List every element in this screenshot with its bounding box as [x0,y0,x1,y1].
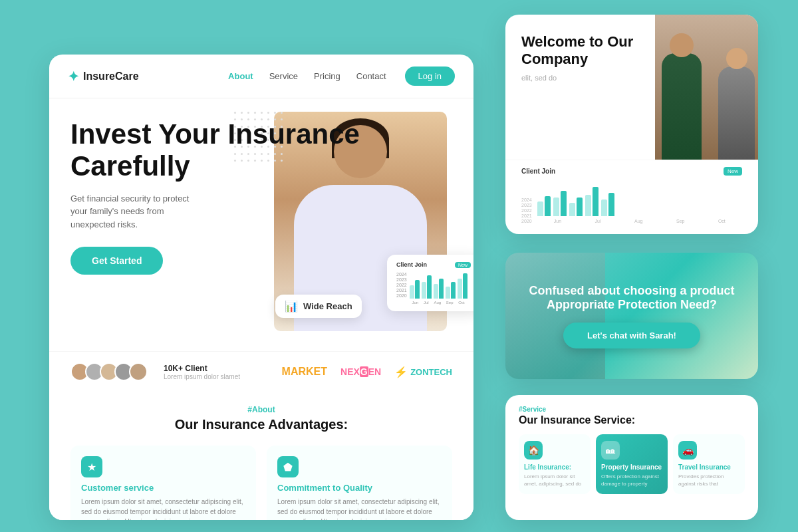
client-info: 10K+ Client Lorem ipsum dolor slamet [164,364,240,380]
client-count: 10K+ Client [164,364,240,373]
person1-body [662,53,702,160]
welcome-chart-new: New [724,167,742,176]
person2-head [726,48,747,69]
clients-section: 10K+ Client Lorem ipsum dolor slamet MAR… [49,351,473,392]
welcome-chart-years: 2024 2023 2022 2021 2020 [521,198,532,223]
nav-service[interactable]: Service [269,71,298,81]
wl-aug: Aug [634,219,642,223]
welcome-chart-body: 2024 2023 2022 2021 2020 Jun Jul Aug [521,180,742,223]
chart-title: Client Join [396,261,427,268]
service-travel-insurance: 🚗 Travel Insurance Provides protection a… [673,434,745,494]
chart-icon: 📊 [285,300,298,313]
about-section: #About Our Insurance Advantages: ★ Custo… [49,392,473,520]
chart-year-2021: 2021 [396,288,407,293]
chart-year-2020: 2020 [396,293,407,298]
life-insurance-name: Life Insurance: [524,464,585,471]
wy-2021: 2021 [521,213,532,218]
client-avatars [70,362,148,381]
cta-chat-button[interactable]: Let's chat with Sarah! [563,323,700,348]
welcome-panel: Welcome to OurCompany elit, sed do Clien… [505,15,758,234]
travel-insurance-icon: 🚗 [678,441,697,460]
wl-oct: Oct [718,219,726,223]
welcome-chart-title: Client Join [521,168,555,175]
advantage-text-2: Lorem ipsum dolor sit amet, consectetur … [277,497,442,520]
advantage-quality: ⬟ Commitment to Quality Lorem ipsum dolo… [267,446,452,520]
nav-pricing[interactable]: Pricing [314,71,340,81]
welcome-top: Welcome to OurCompany elit, sed do [505,15,758,160]
property-insurance-desc: Offers protection against damage to prop… [601,473,662,487]
chart-label-sep: Sep [446,301,454,305]
person2-body [718,66,755,160]
navbar: ✦ InsureInsureCareCare About Service Pri… [49,55,473,98]
welcome-chart-xlabels: Jun Jul Aug Sep Oct [537,219,742,223]
hero-subtitle: Get financial security to protect your f… [70,192,203,231]
travel-insurance-name: Travel Insurance [678,464,739,471]
hero-section: Invest Your Insurance Carefully Get fina… [49,98,473,351]
login-button[interactable]: Log in [405,66,455,86]
wl-sep: Sep [676,219,684,223]
cta-title: Confused about choosing a product Approp… [521,284,742,312]
logo-icon: ✦ [68,68,79,84]
hero-title: Invest Your Insurance Carefully [70,118,452,183]
chart-card: Client Join New 2024 2023 2022 2021 2020 [387,255,473,311]
advantage-text-1: Lorem ipsum dolor sit amet, consectetur … [81,497,245,520]
travel-insurance-desc: Provides protection against risks that [678,473,739,487]
wide-reach-label: Wide Reach [303,301,352,311]
customer-service-icon: ★ [81,456,102,477]
welcome-title: Welcome to OurCompany [521,33,639,68]
avatar-5 [129,362,148,381]
cta-panel: Confused about choosing a product Approp… [505,253,758,379]
wy-2022: 2022 [521,208,532,213]
chart-year-2022: 2022 [396,283,407,287]
chart-year-2024: 2024 [396,272,407,277]
chart-year-2023: 2023 [396,277,407,282]
chart-label-jun: Jun [412,301,418,305]
get-started-button[interactable]: Get Started [70,247,163,275]
logo: ✦ InsureInsureCareCare [68,68,228,84]
welcome-text: Welcome to OurCompany elit, sed do [505,15,655,160]
advantage-title-1: Customer service [81,483,245,493]
wy-2024: 2024 [521,198,532,202]
about-title: Our Insurance Advantages: [70,417,452,432]
wy-2023: 2023 [521,203,532,207]
services-panel: #Service Our Insurance Service: 🏠 Life I… [505,395,758,520]
advantage-customer-service: ★ Customer service Lorem ipsum dolor sit… [70,446,256,520]
quality-icon: ⬟ [277,456,299,477]
wl-jul: Jul [595,219,601,223]
client-subtitle: Lorem ipsum dolor slamet [164,373,240,380]
services-title: Our Insurance Service: [519,414,745,426]
people-silhouette [655,15,758,160]
services-tag: #Service [519,406,745,413]
property-insurance-icon: 🏘 [601,441,620,460]
services-grid: 🏠 Life Insurance: Lorem ipsum dolor sit … [519,434,745,494]
chart-label-aug: Aug [434,301,441,305]
welcome-chart-bars [537,180,742,216]
cta-person-image [505,253,605,379]
welcome-subtitle: elit, sed do [521,74,639,82]
brands: MARKET NEXGEN ⚡ZONTECH [282,366,452,378]
welcome-photo [655,15,758,160]
brand-market: MARKET [282,366,327,378]
about-tag: #About [70,405,452,414]
life-insurance-desc: Lorem ipsum dolor sit amet, adipiscing, … [524,473,585,487]
nav-about[interactable]: About [228,71,253,81]
chart-label-oct: Oct [458,301,464,305]
advantage-title-2: Commitment to Quality [277,483,442,493]
advantages-grid: ★ Customer service Lorem ipsum dolor sit… [70,446,452,520]
chart-label-jul: Jul [424,301,429,305]
person1-head [670,33,694,57]
main-card: ✦ InsureInsureCareCare About Service Pri… [49,55,473,520]
wy-2020: 2020 [521,219,532,223]
property-insurance-name: Property Insurance [601,464,662,471]
wide-reach-badge: 📊 Wide Reach [275,295,362,318]
hero-text: Invest Your Insurance Carefully Get fina… [70,118,452,275]
welcome-chart-area: Client Join New 2024 2023 2022 2021 2020 [505,160,758,234]
service-life-insurance: 🏠 Life Insurance: Lorem ipsum dolor sit … [519,434,591,494]
chart-new-badge: New [455,262,471,268]
nav-links: About Service Pricing Contact [228,71,386,81]
nav-contact[interactable]: Contact [356,71,386,81]
brand-zontech: ⚡ZONTECH [394,366,452,378]
chart-bars [410,272,467,299]
wl-jun: Jun [554,219,561,223]
service-property-insurance: 🏘 Property Insurance Offers protection a… [596,434,668,494]
